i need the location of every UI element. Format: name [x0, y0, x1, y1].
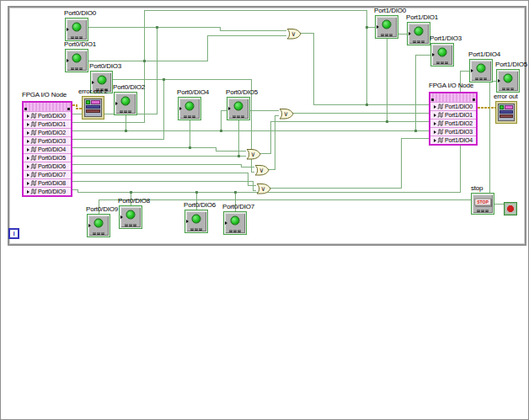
fpga-io-node-0[interactable]: Port0/DIO0Port0/DIO1Port0/DIO2Port0/DIO3… — [22, 101, 72, 197]
direction-arrow-icon — [179, 107, 182, 110]
terminal-pins — [233, 115, 244, 118]
loop-iteration-terminal[interactable]: i — [8, 228, 19, 239]
boolean-terminal-port0-dio0[interactable] — [65, 18, 88, 41]
direction-arrow-icon — [409, 32, 411, 35]
fpga-io-node-1[interactable]: Port1/DIO0Port1/DIO1Port1/DIO2Port1/DIO3… — [429, 92, 478, 146]
stop-button[interactable]: STOP — [474, 199, 491, 206]
cluster-contents — [498, 104, 515, 121]
terminal-pins — [94, 232, 104, 235]
terminal-pins — [72, 36, 83, 39]
error-cluster-label: error out 2 — [78, 88, 108, 95]
led-icon — [72, 54, 82, 63]
cluster-contents — [84, 98, 102, 117]
fpga-node-row-port0-dio2[interactable]: Port0/DIO2 — [24, 128, 71, 136]
error-cluster-error-out-2[interactable] — [82, 96, 104, 120]
boolean-terminal-port1-dio5[interactable] — [496, 69, 520, 93]
fpga-node-row-port0-dio4[interactable]: Port0/DIO4 — [24, 145, 71, 153]
waveform-icon — [30, 130, 37, 136]
fpga-node-row-port0-dio0[interactable]: Port0/DIO0 — [24, 111, 71, 120]
svg-text:∨: ∨ — [261, 185, 266, 193]
fpga-node-label: FPGA I/O Node — [22, 92, 67, 98]
fpga-node-row-port0-dio8[interactable]: Port0/DIO8 — [24, 178, 71, 187]
terminal-label: Port1/DIO0 — [374, 8, 406, 14]
stop-sign-icon — [507, 205, 514, 212]
or-gate-icon: ∨ — [254, 165, 270, 176]
fpga-node-row-port0-dio9[interactable]: Port0/DIO9 — [24, 187, 71, 195]
waveform-icon — [30, 172, 37, 178]
or-gate[interactable]: ∨ — [246, 148, 261, 159]
row-label: Port1/DIO2 — [445, 120, 473, 126]
source-field — [500, 110, 513, 114]
row-label: Port0/DIO4 — [38, 146, 66, 152]
direction-arrow-icon — [88, 224, 91, 227]
terminal-label: Port1/DIO3 — [430, 35, 462, 42]
boolean-terminal-port1-dio3[interactable] — [430, 43, 454, 66]
terminal-label: Port0/DIO9 — [86, 206, 118, 213]
boolean-terminal-port0-dio1[interactable] — [65, 49, 88, 72]
fpga-node-row-port1-dio4[interactable]: Port1/DIO4 — [430, 136, 476, 144]
terminal-pins — [72, 67, 83, 70]
row-arrow-icon — [27, 157, 29, 160]
led-icon — [97, 76, 106, 85]
or-gate[interactable]: ∨ — [279, 108, 294, 119]
row-arrow-icon — [434, 105, 436, 109]
terminal-label: Port1/DIO4 — [468, 51, 500, 58]
row-label: Port0/DIO1 — [38, 121, 66, 127]
direction-arrow-icon — [67, 59, 69, 62]
message-field — [500, 114, 513, 118]
svg-text:∨: ∨ — [251, 151, 256, 158]
fpga-node-row-port0-dio6[interactable]: Port0/DIO6 — [24, 162, 71, 170]
fpga-node-row-port0-dio7[interactable]: Port0/DIO7 — [24, 170, 71, 178]
error-cluster-error-out[interactable] — [495, 101, 517, 124]
fpga-node-row-port1-dio1[interactable]: Port1/DIO1 — [430, 110, 476, 119]
loop-condition-terminal[interactable] — [504, 202, 517, 215]
row-label: Port0/DIO3 — [38, 138, 66, 144]
fpga-node-row-port1-dio2[interactable]: Port1/DIO2 — [430, 119, 476, 127]
fpga-node-header — [430, 93, 476, 102]
or-gate-icon: ∨ — [246, 149, 261, 160]
boolean-terminal-port1-dio4[interactable] — [469, 59, 493, 82]
waveform-icon — [437, 120, 444, 126]
row-arrow-icon — [27, 114, 29, 118]
code-field — [505, 105, 513, 109]
row-arrow-icon — [27, 182, 29, 185]
fpga-node-row-port0-dio3[interactable]: Port0/DIO3 — [24, 136, 71, 145]
or-gate[interactable]: ∨ — [286, 28, 302, 39]
led-icon — [72, 23, 82, 32]
boolean-terminal-port0-dio9[interactable] — [87, 214, 110, 237]
waveform-icon — [30, 113, 37, 119]
waveform-icon — [437, 104, 444, 109]
fpga-node-row-port1-dio0[interactable]: Port1/DIO0 — [430, 102, 476, 110]
waveform-icon — [437, 129, 444, 135]
row-arrow-icon — [434, 139, 436, 142]
boolean-terminal-port0-dio4[interactable] — [178, 97, 201, 120]
direction-arrow-icon — [498, 79, 500, 82]
or-gate[interactable]: ∨ — [254, 164, 270, 175]
status-led-icon — [86, 100, 90, 104]
terminal-pins — [230, 230, 241, 232]
terminal-label: Port1/DIO5 — [495, 61, 527, 68]
fpga-node-row-port0-dio1[interactable]: Port0/DIO1 — [24, 120, 71, 128]
boolean-terminal-port1-dio1[interactable] — [407, 22, 430, 45]
boolean-terminal-port0-dio5[interactable] — [227, 97, 250, 120]
terminal-label: Port0/DIO4 — [177, 89, 209, 96]
row-arrow-icon — [27, 190, 29, 194]
led-icon — [504, 74, 513, 83]
stop-button-terminal[interactable]: STOP — [471, 193, 494, 215]
boolean-terminal-port0-dio2[interactable] — [114, 92, 137, 115]
terminal-pins — [476, 77, 487, 80]
led-icon — [414, 27, 424, 36]
boolean-terminal-port0-dio6[interactable] — [184, 210, 208, 233]
or-gate[interactable]: ∨ — [256, 183, 271, 194]
fpga-node-row-port0-dio5[interactable]: Port0/DIO5 — [24, 153, 71, 162]
terminal-pins — [184, 115, 195, 118]
direction-arrow-icon — [120, 215, 123, 219]
boolean-terminal-port0-dio8[interactable] — [119, 205, 142, 229]
row-arrow-icon — [27, 123, 29, 126]
row-label: Port0/DIO6 — [38, 163, 66, 169]
direction-arrow-icon — [92, 81, 94, 84]
fpga-node-row-port1-dio3[interactable]: Port1/DIO3 — [430, 127, 476, 136]
boolean-terminal-port1-dio0[interactable] — [375, 15, 398, 39]
boolean-terminal-port0-dio7[interactable] — [223, 211, 247, 235]
or-gate-icon: ∨ — [256, 183, 271, 194]
